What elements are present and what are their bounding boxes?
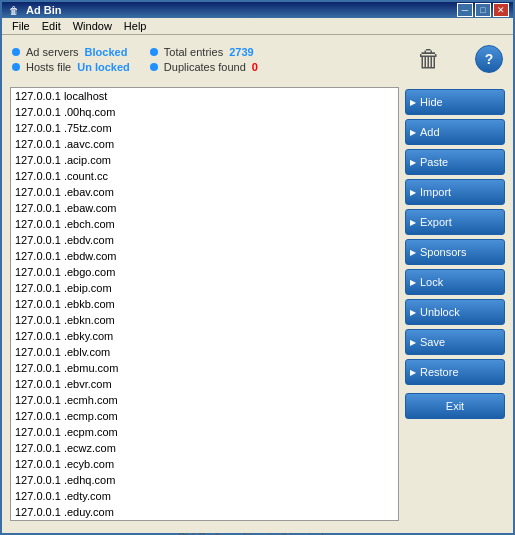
list-item[interactable]: 127.0.0.1 .ebkn.com — [11, 312, 398, 328]
list-item[interactable]: 127.0.0.1 .75tz.com — [11, 120, 398, 136]
lock-button[interactable]: Lock — [405, 269, 505, 295]
content-area: 127.0.0.1 localhost127.0.0.1 .00hq.com12… — [2, 83, 513, 525]
list-item[interactable]: 127.0.0.1 .ebky.com — [11, 328, 398, 344]
app-title: Ad Bin — [26, 4, 457, 16]
restore-button[interactable]: Restore — [405, 359, 505, 385]
list-item[interactable]: 127.0.0.1 .eduy.com — [11, 504, 398, 520]
list-item[interactable]: 127.0.0.1 .ebkb.com — [11, 296, 398, 312]
list-item[interactable]: 127.0.0.1 .eblv.com — [11, 344, 398, 360]
duplicates-value: 0 — [252, 61, 258, 73]
hosts-list-container: 127.0.0.1 localhost127.0.0.1 .00hq.com12… — [10, 87, 399, 521]
ad-servers-label: Ad servers — [26, 46, 79, 58]
import-button[interactable]: Import — [405, 179, 505, 205]
duplicates-row: Duplicates found 0 — [150, 61, 258, 73]
list-item[interactable]: 127.0.0.1 .00hq.com — [11, 104, 398, 120]
status-center: Total entries 2739 Duplicates found 0 — [150, 46, 258, 73]
list-item[interactable]: 127.0.0.1 .ecmh.com — [11, 392, 398, 408]
menu-window[interactable]: Window — [67, 18, 118, 34]
total-entries-row: Total entries 2739 — [150, 46, 258, 58]
list-item[interactable]: 127.0.0.1 .acip.com — [11, 152, 398, 168]
export-button[interactable]: Export — [405, 209, 505, 235]
ad-servers-row: Ad servers Blocked — [12, 46, 130, 58]
help-button[interactable]: ? — [475, 45, 503, 73]
list-item[interactable]: 127.0.0.1 .aavc.com — [11, 136, 398, 152]
menu-file[interactable]: File — [6, 18, 36, 34]
menu-help[interactable]: Help — [118, 18, 153, 34]
exit-button[interactable]: Exit — [405, 393, 505, 419]
close-button[interactable]: ✕ — [493, 3, 509, 17]
maximize-button[interactable]: □ — [475, 3, 491, 17]
duplicates-dot — [150, 63, 158, 71]
total-entries-value: 2739 — [229, 46, 253, 58]
trash-icon[interactable]: 🗑 — [413, 41, 445, 77]
total-entries-label: Total entries — [164, 46, 223, 58]
list-item[interactable]: 127.0.0.1 .ebgo.com — [11, 264, 398, 280]
list-item[interactable]: 127.0.0.1 .ebdv.com — [11, 232, 398, 248]
status-right: 🗑 ? — [413, 41, 503, 77]
list-item[interactable]: 127.0.0.1 .ecpm.com — [11, 424, 398, 440]
status-left: Ad servers Blocked Hosts file Un locked — [12, 46, 130, 73]
main-window: 🗑 Ad Bin ─ □ ✕ File Edit Window Help Ad … — [0, 0, 515, 535]
hosts-file-dot — [12, 63, 20, 71]
list-item[interactable]: 127.0.0.1 .ebch.com — [11, 216, 398, 232]
list-item[interactable]: 127.0.0.1 .ebav.com — [11, 184, 398, 200]
list-item[interactable]: 127.0.0.1 .ebvr.com — [11, 376, 398, 392]
ad-servers-value: Blocked — [85, 46, 128, 58]
list-item[interactable]: 127.0.0.1 localhost — [11, 88, 398, 104]
list-item[interactable]: 127.0.0.1 .ebaw.com — [11, 200, 398, 216]
unblock-button[interactable]: Unblock — [405, 299, 505, 325]
paste-button[interactable]: Paste — [405, 149, 505, 175]
buttons-panel: Hide Add Paste Import Export Sponsors Lo… — [405, 87, 505, 521]
list-item[interactable]: 127.0.0.1 .ecwz.com — [11, 440, 398, 456]
hosts-file-value: Un locked — [77, 61, 130, 73]
app-icon: 🗑 — [6, 2, 22, 18]
minimize-button[interactable]: ─ — [457, 3, 473, 17]
hosts-file-row: Hosts file Un locked — [12, 61, 130, 73]
total-entries-dot — [150, 48, 158, 56]
add-button[interactable]: Add — [405, 119, 505, 145]
footer-text: Ctrl-S after editing in this window — [177, 531, 337, 535]
hosts-list-scroll[interactable]: 127.0.0.1 localhost127.0.0.1 .00hq.com12… — [11, 88, 398, 520]
status-bar: Ad servers Blocked Hosts file Un locked … — [2, 35, 513, 83]
list-item[interactable]: 127.0.0.1 .ebmu.com — [11, 360, 398, 376]
list-item[interactable]: 127.0.0.1 .ebdw.com — [11, 248, 398, 264]
hosts-file-label: Hosts file — [26, 61, 71, 73]
duplicates-label: Duplicates found — [164, 61, 246, 73]
list-item[interactable]: 127.0.0.1 .ebip.com — [11, 280, 398, 296]
ad-servers-dot — [12, 48, 20, 56]
list-item[interactable]: 127.0.0.1 .ecyb.com — [11, 456, 398, 472]
list-item[interactable]: 127.0.0.1 .ecmp.com — [11, 408, 398, 424]
sponsors-button[interactable]: Sponsors — [405, 239, 505, 265]
list-item[interactable]: 127.0.0.1 .count.cc — [11, 168, 398, 184]
footer: Ctrl-S after editing in this window — [2, 525, 513, 535]
hide-button[interactable]: Hide — [405, 89, 505, 115]
list-item[interactable]: 127.0.0.1 .edhq.com — [11, 472, 398, 488]
menu-edit[interactable]: Edit — [36, 18, 67, 34]
save-button[interactable]: Save — [405, 329, 505, 355]
window-controls: ─ □ ✕ — [457, 3, 509, 17]
list-item[interactable]: 127.0.0.1 .edty.com — [11, 488, 398, 504]
menu-bar: File Edit Window Help — [2, 18, 513, 35]
title-bar: 🗑 Ad Bin ─ □ ✕ — [2, 2, 513, 18]
